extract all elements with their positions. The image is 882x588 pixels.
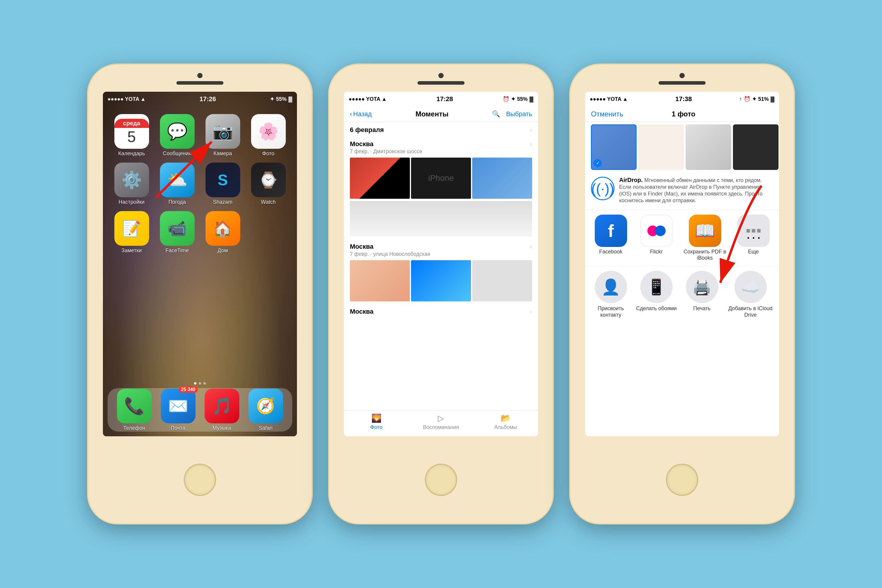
share-nav: Отменить 1 фото [585, 106, 779, 122]
moscow-1-header: Москва › [344, 136, 538, 148]
photos-screen: ●●●●● YOTA ▲ 17:28 ⏰ ✦ 55% ▓ ‹ Назад Мом… [344, 92, 538, 436]
music-icon: 🎵 [212, 396, 232, 416]
moscow-3-chevron: › [530, 308, 532, 315]
photo-snow[interactable] [350, 201, 532, 236]
speaker-grille [176, 81, 224, 85]
dock-phone[interactable]: 📞 Телефон [117, 388, 152, 431]
app-settings[interactable]: ⚙️ Настройки [112, 163, 152, 205]
tab-albums[interactable]: 📂 Альбомы [473, 413, 538, 430]
photo-row-2 [344, 260, 538, 302]
messages-icon: 💬 [167, 122, 188, 141]
screen-1: ●●●●● YOTA ▲ 17:26 ✦ 55% ▓ среда 5 [103, 92, 297, 436]
app-photos[interactable]: 🌸 Фото [248, 114, 288, 157]
moscow-1-detail: 7 февр. · Дмитровское шоссе [344, 148, 538, 158]
status-right: ✦ 55% ▓ [270, 96, 292, 102]
wallpaper-icon: 📱 [640, 271, 673, 303]
contact-icon: 👤 [595, 271, 627, 303]
phone-bottom-2 [425, 436, 457, 524]
back-chevron: ‹ [350, 110, 352, 118]
photo-blue[interactable] [411, 260, 471, 302]
nav-3: ↑ [740, 96, 742, 102]
speaker-grille-2 [417, 81, 465, 85]
app-notes[interactable]: 📝 Заметки [112, 211, 152, 254]
tab-photos-icon: 🌄 [371, 413, 382, 423]
photo-row-snow [344, 201, 538, 236]
strip-photo-1[interactable]: ✓ [591, 124, 636, 170]
app-messages[interactable]: 💬 Сообщения [157, 114, 197, 157]
app-facetime[interactable]: 📹 FaceTime [157, 211, 197, 254]
homescreen: ●●●●● YOTA ▲ 17:26 ✦ 55% ▓ среда 5 [103, 92, 297, 436]
calendar-label: Календарь [118, 150, 145, 157]
strip-photo-4[interactable] [733, 124, 778, 170]
photo-dark[interactable]: iPhone [411, 158, 471, 199]
app-empty [248, 211, 288, 254]
status-left: ●●●●● YOTA ▲ [108, 96, 146, 102]
home-icon: 🏠 [213, 220, 232, 237]
cancel-button[interactable]: Отменить [591, 110, 623, 118]
moscow-2-header: Москва › [344, 239, 538, 251]
dock-safari[interactable]: 🧭 Safari [248, 388, 283, 431]
action-contact[interactable]: 👤 Присвоить контакту [588, 271, 634, 318]
status-bar-1: ●●●●● YOTA ▲ 17:26 ✦ 55% ▓ [103, 92, 297, 106]
tab-photos[interactable]: 🌄 Фото [344, 413, 409, 430]
app-shazam[interactable]: S Shazam [203, 163, 243, 205]
status-left-3: ●●●●● YOTA ▲ [590, 96, 628, 102]
photo-strip: ✓ [585, 122, 779, 172]
camera-icon: 📷 [213, 122, 233, 141]
photo-text[interactable] [472, 158, 532, 199]
home-label: Дом [218, 248, 228, 254]
app-watch[interactable]: ⌚ Watch [248, 163, 288, 205]
tab-albums-label: Альбомы [494, 424, 517, 430]
status-bar-2: ●●●●● YOTA ▲ 17:28 ⏰ ✦ 55% ▓ [344, 92, 538, 106]
app-calendar[interactable]: среда 5 Календарь [112, 114, 152, 157]
photo-vr[interactable] [350, 158, 410, 199]
page-dot-1 [194, 382, 196, 384]
airdrop-icon: ((·)) [591, 177, 615, 200]
home-button-3[interactable] [666, 464, 698, 496]
status-bar-3: ●●●●● YOTA ▲ 17:38 ↑ ⏰ ✦ 51% ▓ [585, 92, 779, 106]
nav-right-2: 🔍 Выбрать [492, 110, 532, 118]
app-weather[interactable]: ⛅ Погода [157, 163, 197, 205]
photos-icon: 🌸 [258, 122, 279, 141]
tab-memories[interactable]: ▷ Воспоминания [409, 413, 473, 430]
strip-photo-3[interactable] [686, 124, 731, 170]
photo-phones[interactable] [350, 260, 410, 302]
phone-bottom-1 [184, 436, 216, 524]
share-screen: ●●●●● YOTA ▲ 17:38 ↑ ⏰ ✦ 51% ▓ Отменить … [585, 92, 779, 436]
strip-photo-2[interactable] [638, 124, 684, 170]
airdrop-symbol: ((·)) [591, 180, 614, 196]
phone-1: ●●●●● YOTA ▲ 17:26 ✦ 55% ▓ среда 5 [88, 64, 312, 524]
moscow-1-city: Москва [350, 140, 374, 148]
page-dot-3 [204, 382, 206, 384]
nav-bar-2: ‹ Назад Моменты 🔍 Выбрать [344, 106, 538, 122]
print-label: Печать [693, 306, 711, 312]
camera-label: Камера [213, 150, 232, 157]
facetime-icon: 📹 [168, 220, 187, 237]
search-button[interactable]: 🔍 [492, 110, 500, 118]
safari-icon: 🧭 [256, 397, 275, 415]
share-facebook[interactable]: f Facebook [588, 214, 634, 261]
share-flickr[interactable]: Flickr [634, 214, 679, 261]
phone-3: ●●●●● YOTA ▲ 17:38 ↑ ⏰ ✦ 51% ▓ Отменить … [570, 64, 794, 524]
select-button[interactable]: Выбрать [506, 110, 532, 118]
tab-bar-2: 🌄 Фото ▷ Воспоминания 📂 Альбомы [344, 410, 538, 436]
dock-music-label: Музыка [213, 425, 231, 431]
watch-icon: ⌚ [259, 171, 278, 189]
dock-mail[interactable]: ✉️ 25 340 Почта [161, 388, 195, 431]
app-home[interactable]: 🏠 Дом [203, 211, 243, 254]
facebook-icon: f [595, 214, 627, 247]
strip-check-1: ✓ [594, 159, 602, 167]
moscow-2-city: Москва [350, 243, 374, 250]
action-wallpaper[interactable]: 📱 Сделать обоями [634, 271, 679, 318]
moscow-3-header: Москва › [344, 304, 538, 318]
home-button-2[interactable] [425, 464, 457, 496]
nav-back-button[interactable]: ‹ Назад [350, 110, 372, 118]
dock: 📞 Телефон ✉️ 25 340 Почта 🎵 Музыка [108, 388, 292, 432]
carrier-text: ●●●●● YOTA [108, 96, 140, 102]
contact-symbol: 👤 [601, 278, 620, 296]
dock-music[interactable]: 🎵 Музыка [205, 388, 239, 431]
home-button-1[interactable] [184, 464, 216, 496]
phone-bottom-3 [666, 436, 698, 524]
app-camera[interactable]: 📷 Камера [203, 114, 243, 157]
moscow-3-city: Москва [350, 308, 374, 315]
